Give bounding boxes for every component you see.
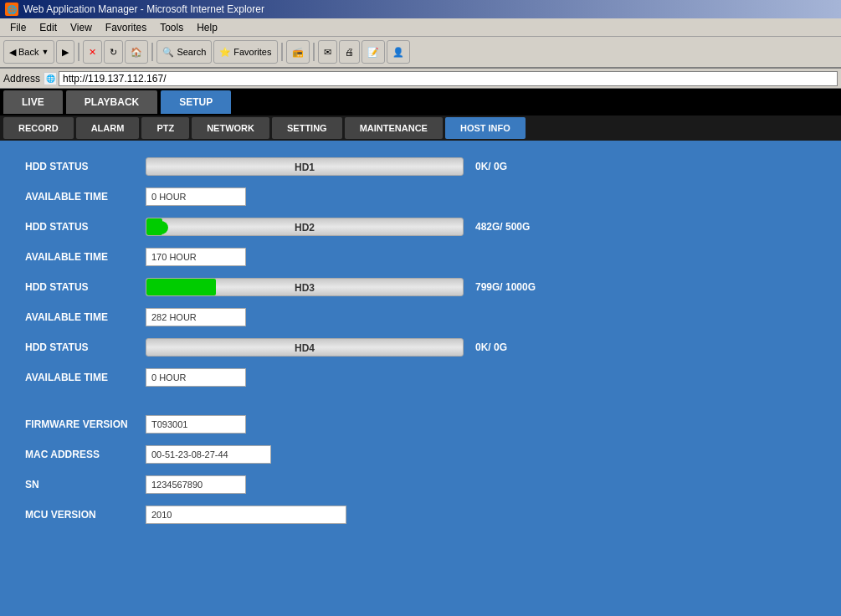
- mcu-field[interactable]: [146, 506, 346, 524]
- menu-edit[interactable]: Edit: [33, 20, 64, 35]
- hdd2-time-field[interactable]: [146, 248, 246, 266]
- mail-icon: ✉: [324, 47, 331, 58]
- favorites-icon: ⭐: [219, 47, 231, 58]
- hdd3-status-row: HDD STATUS HD3 799G/ 1000G: [25, 278, 816, 296]
- window-title: Web Application Manager - Microsoft Inte…: [23, 3, 264, 15]
- hdd2-status-label: HDD STATUS: [25, 221, 134, 233]
- mac-field[interactable]: [146, 445, 271, 464]
- print-icon: 🖨: [345, 47, 354, 57]
- hdd3-status-label: HDD STATUS: [25, 281, 134, 293]
- hdd4-time-row: AVAILABLE TIME: [25, 368, 816, 387]
- hdd4-time-field[interactable]: [146, 368, 246, 387]
- home-icon: 🏠: [131, 47, 142, 58]
- hdd4-status-label: HDD STATUS: [25, 341, 134, 353]
- mail-button[interactable]: ✉: [318, 40, 337, 64]
- subtab-setting[interactable]: SETTING: [272, 117, 342, 139]
- hdd1-time-field[interactable]: [146, 187, 246, 206]
- hdd4-time-label: AVAILABLE TIME: [25, 372, 134, 383]
- forward-button[interactable]: ▶: [56, 40, 74, 64]
- hdd2-size: 482G/ 500G: [475, 221, 542, 233]
- refresh-icon: ↻: [110, 47, 117, 58]
- spacer: [25, 398, 816, 415]
- hdd1-bar: HD1: [146, 157, 464, 176]
- hdd2-status-row: HDD STATUS HD2 482G/ 500G: [25, 218, 816, 236]
- address-url: http://119.137.112.167/: [63, 73, 166, 85]
- sn-field[interactable]: [146, 475, 246, 494]
- mac-label: MAC ADDRESS: [25, 449, 134, 460]
- menu-file[interactable]: File: [3, 20, 33, 35]
- hdd2-time-label: AVAILABLE TIME: [25, 251, 134, 263]
- menu-tools[interactable]: Tools: [153, 20, 190, 35]
- hdd1-bar-label: HD1: [146, 158, 463, 176]
- toolbar: ◀ Back ▼ ▶ ✕ ↻ 🏠 🔍 Search ⭐ Favorites 📻 …: [0, 37, 841, 69]
- messenger-button[interactable]: 👤: [387, 40, 410, 64]
- hdd4-bar: HD4: [146, 338, 464, 357]
- hdd1-time-row: AVAILABLE TIME: [25, 187, 816, 206]
- menu-bar: File Edit View Favorites Tools Help: [0, 18, 841, 37]
- subtab-host-info[interactable]: HOST INFO: [445, 117, 526, 139]
- hdd3-time-row: AVAILABLE TIME: [25, 308, 816, 326]
- tab-playback[interactable]: PLAYBACK: [66, 90, 158, 114]
- mcu-label: MCU VERSION: [25, 509, 134, 521]
- hdd1-time-label: AVAILABLE TIME: [25, 191, 134, 203]
- tab-setup[interactable]: SETUP: [161, 90, 231, 114]
- content-area: HDD STATUS HD1 0K/ 0G AVAILABLE TIME HDD…: [0, 141, 841, 616]
- mcu-row: MCU VERSION: [25, 506, 816, 524]
- hdd1-status-label: HDD STATUS: [25, 161, 134, 172]
- hdd4-bar-label: HD4: [146, 339, 463, 357]
- separator-3: [281, 43, 283, 61]
- hdd2-indicator: [153, 221, 168, 234]
- hdd3-time-label: AVAILABLE TIME: [25, 311, 134, 323]
- subtab-alarm[interactable]: ALARM: [76, 117, 140, 139]
- subtab-record[interactable]: RECORD: [3, 117, 74, 139]
- address-input[interactable]: http://119.137.112.167/: [59, 71, 838, 86]
- firmware-field[interactable]: [146, 415, 246, 434]
- menu-view[interactable]: View: [64, 20, 99, 35]
- subtab-network[interactable]: NETWORK: [192, 117, 269, 139]
- hdd2-bar-label: HD2: [146, 218, 463, 236]
- separator-2: [151, 43, 153, 61]
- address-bar: Address 🌐 http://119.137.112.167/: [0, 69, 841, 89]
- hdd3-bar: HD3: [146, 278, 464, 296]
- back-dropdown-icon: ▼: [41, 48, 49, 56]
- tab-live[interactable]: LIVE: [3, 90, 63, 114]
- hdd3-size: 799G/ 1000G: [475, 281, 542, 293]
- title-bar: 🌐 Web Application Manager - Microsoft In…: [0, 0, 841, 18]
- search-icon: 🔍: [162, 47, 174, 58]
- stop-icon: ✕: [89, 47, 96, 58]
- back-icon: ◀: [9, 47, 16, 58]
- hdd2-bar: HD2: [146, 218, 464, 236]
- menu-favorites[interactable]: Favorites: [99, 20, 153, 35]
- hdd3-time-field[interactable]: [146, 308, 246, 326]
- stop-button[interactable]: ✕: [83, 40, 102, 64]
- hdd4-status-row: HDD STATUS HD4 0K/ 0G: [25, 338, 816, 357]
- home-button[interactable]: 🏠: [125, 40, 148, 64]
- app-icon: 🌐: [5, 3, 18, 16]
- separator-1: [78, 43, 79, 61]
- edit-icon: 📝: [367, 47, 379, 58]
- sub-nav: RECORD ALARM PTZ NETWORK SETTING MAINTEN…: [0, 116, 841, 141]
- edit-button[interactable]: 📝: [362, 40, 385, 64]
- back-button[interactable]: ◀ Back ▼: [3, 40, 54, 64]
- forward-icon: ▶: [62, 47, 69, 58]
- menu-help[interactable]: Help: [190, 20, 224, 35]
- firmware-row: FIRMWARE VERSION: [25, 415, 816, 434]
- media-button[interactable]: 📻: [286, 40, 310, 64]
- hdd1-status-row: HDD STATUS HD1 0K/ 0G: [25, 157, 816, 176]
- hdd1-size: 0K/ 0G: [475, 161, 542, 172]
- hdd3-bar-label: HD3: [146, 279, 463, 296]
- hdd4-size: 0K/ 0G: [475, 341, 542, 353]
- print-button[interactable]: 🖨: [339, 40, 360, 64]
- subtab-ptz[interactable]: PTZ: [141, 117, 189, 139]
- sn-label: SN: [25, 479, 134, 490]
- mac-row: MAC ADDRESS: [25, 445, 816, 464]
- subtab-maintenance[interactable]: MAINTENANCE: [345, 117, 443, 139]
- favorites-button[interactable]: ⭐ Favorites: [213, 40, 277, 64]
- sn-row: SN: [25, 475, 816, 494]
- refresh-button[interactable]: ↻: [104, 40, 123, 64]
- messenger-icon: 👤: [392, 47, 404, 58]
- main-nav: LIVE PLAYBACK SETUP: [0, 89, 841, 116]
- search-button[interactable]: 🔍 Search: [156, 40, 212, 64]
- hdd2-time-row: AVAILABLE TIME: [25, 248, 816, 266]
- separator-4: [313, 43, 315, 61]
